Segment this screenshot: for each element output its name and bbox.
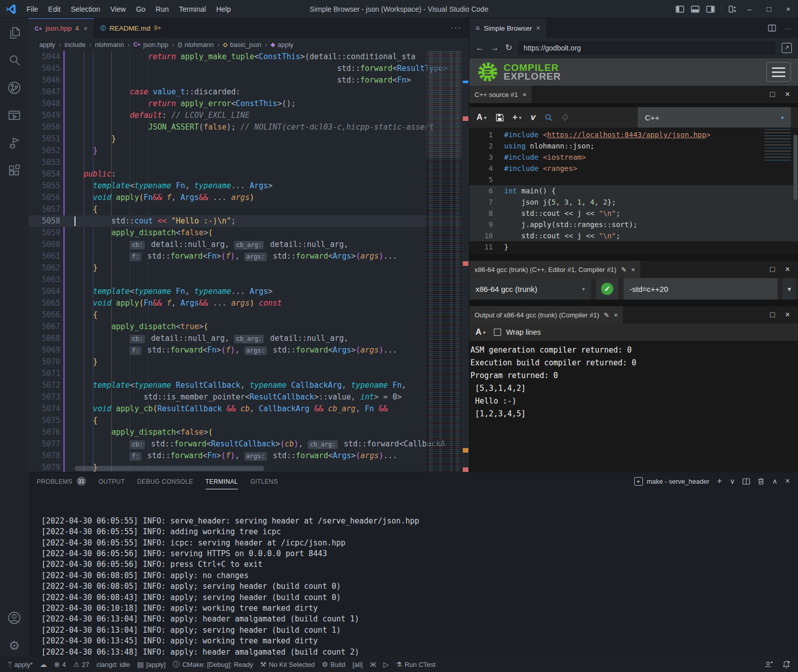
close-pane-icon[interactable]: ×: [785, 90, 790, 99]
save-icon[interactable]: [496, 114, 504, 121]
close-tab-icon[interactable]: ×: [536, 24, 540, 32]
kill-terminal-icon[interactable]: [758, 478, 764, 485]
more-actions-icon[interactable]: ···: [784, 24, 791, 32]
tab-json-hpp[interactable]: C+ json.hpp 4 ×: [29, 18, 94, 38]
breadcrumb[interactable]: apply›include›nlohmann›C+json.hpp›{}nloh…: [29, 38, 469, 51]
code-editor[interactable]: 5044 return apply_make_tuple<ConstThis>(…: [29, 51, 469, 472]
tab-problems[interactable]: PROBLEMS31: [37, 472, 86, 490]
reload-icon[interactable]: ↻: [505, 42, 512, 53]
breadcrumb-item-nlohmann[interactable]: nlohmann: [93, 41, 126, 48]
compiler-flags-input[interactable]: -std=c++20: [624, 278, 778, 300]
extensions-icon[interactable]: [7, 163, 21, 178]
terminal-dropdown-icon[interactable]: ∨: [730, 477, 735, 485]
run-debug-icon[interactable]: [7, 136, 21, 150]
maximize-pane-icon[interactable]: □: [770, 265, 775, 274]
font-size-button[interactable]: A▾: [477, 113, 487, 122]
account-icon[interactable]: [7, 611, 21, 625]
font-size-button[interactable]: A▾: [476, 328, 486, 337]
compiler-explorer-logo[interactable]: COMPILER EXPLORER: [477, 61, 561, 83]
edit-title-icon[interactable]: ✎: [604, 311, 609, 319]
source-control-icon[interactable]: [7, 81, 21, 95]
tab-output[interactable]: OUTPUT: [98, 472, 125, 490]
breadcrumb-item-apply[interactable]: apply: [38, 41, 57, 48]
toggle-panel-icon[interactable]: [687, 0, 703, 18]
menu-view[interactable]: View: [106, 3, 130, 15]
maximize-pane-icon[interactable]: □: [770, 310, 775, 319]
flags-dropdown-icon[interactable]: ▾: [783, 278, 796, 300]
run-ctest-button[interactable]: ⚗Run CTest: [392, 657, 439, 672]
open-external-icon[interactable]: ↗: [782, 43, 792, 53]
build-button[interactable]: ⚙Build: [318, 657, 349, 672]
page-scrollbar[interactable]: [793, 135, 797, 200]
editor-more-actions[interactable]: ···: [451, 18, 469, 38]
tab-gitlens[interactable]: GITLENS: [250, 472, 278, 490]
tab-debug-console[interactable]: DEBUG CONSOLE: [137, 472, 193, 490]
wrap-lines-checkbox[interactable]: Wrap lines: [494, 328, 541, 337]
minimize-button[interactable]: –: [740, 0, 759, 18]
menu-go[interactable]: Go: [131, 3, 150, 15]
maximize-button[interactable]: □: [759, 0, 779, 18]
menu-file[interactable]: File: [22, 3, 43, 15]
minimap-slider[interactable]: [426, 51, 462, 158]
maximize-pane-icon[interactable]: □: [770, 90, 775, 99]
terminal-process-select[interactable]: ▸ make - serve_header: [634, 477, 709, 486]
maximize-panel-icon[interactable]: ∧: [772, 477, 777, 485]
publish-changes-button[interactable]: ☁: [36, 657, 51, 672]
menu-run[interactable]: Run: [151, 3, 173, 15]
split-terminal-icon[interactable]: [742, 478, 750, 485]
breadcrumb-item-nlohmann[interactable]: {}nlohmann: [176, 41, 215, 48]
new-terminal-icon[interactable]: +: [717, 476, 722, 486]
menu-help[interactable]: Help: [212, 3, 236, 15]
breadcrumb-item-apply[interactable]: ◆apply: [269, 41, 295, 48]
edit-title-icon[interactable]: ✎: [621, 266, 627, 273]
project-indicator[interactable]: ▤[apply]: [134, 657, 169, 672]
forward-icon[interactable]: →: [490, 43, 499, 53]
git-branch-indicator[interactable]: ᛘapply*: [4, 657, 36, 672]
url-input[interactable]: https://godbolt.org: [518, 41, 776, 55]
test-explorer-icon[interactable]: [7, 108, 21, 122]
close-tab-icon[interactable]: ×: [83, 24, 87, 33]
menu-terminal[interactable]: Terminal: [174, 3, 211, 15]
menu-edit[interactable]: Edit: [44, 3, 65, 15]
launch-button[interactable]: ▷: [380, 657, 392, 672]
add-pane-button[interactable]: +▾: [513, 113, 521, 122]
output-tab[interactable]: Output of x86-64 gcc (trunk) (Compiler #…: [469, 306, 623, 323]
toggle-sidebar-icon[interactable]: [672, 0, 687, 18]
settings-gear-icon[interactable]: ⚙: [7, 638, 21, 653]
tab-simple-browser[interactable]: ≡ Simple Browser ×: [469, 18, 547, 38]
feedback-icon[interactable]: [761, 660, 777, 669]
tab-terminal[interactable]: TERMINAL: [206, 472, 238, 490]
pin-icon[interactable]: [562, 113, 569, 121]
notifications-bell-icon[interactable]: [779, 660, 794, 669]
cmake-status[interactable]: ⓘCMake: [Debug]: Ready: [169, 657, 257, 672]
close-window-button[interactable]: ×: [779, 0, 798, 18]
editor-horizontal-scrollbar[interactable]: [74, 466, 264, 471]
back-icon[interactable]: ←: [476, 43, 484, 53]
close-icon[interactable]: ×: [522, 91, 527, 98]
clangd-status[interactable]: clangd: idle: [93, 657, 134, 672]
source-code-editor[interactable]: 1#include <https://localhost:8443/apply/…: [469, 128, 798, 254]
editor-vertical-scrollbar[interactable]: [462, 51, 469, 472]
menu-selection[interactable]: Selection: [66, 3, 105, 15]
explorer-icon[interactable]: [7, 26, 21, 40]
close-icon[interactable]: ×: [614, 311, 618, 319]
errors-indicator[interactable]: ⊗4: [51, 657, 70, 672]
search-code-icon[interactable]: [544, 113, 553, 121]
source-tab[interactable]: C++ source #1 ×: [469, 86, 532, 103]
warnings-indicator[interactable]: ⚠27: [69, 657, 93, 672]
kit-selection[interactable]: ⚒No Kit Selected: [257, 657, 318, 672]
vim-toggle-icon[interactable]: v: [531, 112, 535, 122]
close-pane-icon[interactable]: ×: [785, 265, 790, 274]
toggle-secondary-sidebar-icon[interactable]: [703, 0, 718, 18]
close-pane-icon[interactable]: ×: [785, 310, 790, 319]
compiler-tab[interactable]: x86-64 gcc (trunk) (C++, Editor #1, Comp…: [469, 261, 640, 278]
debug-button[interactable]: Ж: [366, 657, 380, 672]
tab-readme-md[interactable]: ⓘ README.md 9+: [94, 18, 168, 38]
breadcrumb-item-include[interactable]: include: [63, 41, 87, 48]
breadcrumb-item-basic_json[interactable]: ◇basic_json: [221, 41, 263, 48]
close-icon[interactable]: ×: [631, 266, 635, 273]
customize-layout-icon[interactable]: [725, 0, 740, 18]
hamburger-menu-icon[interactable]: [766, 62, 791, 82]
split-editor-icon[interactable]: [768, 24, 776, 32]
compiler-select[interactable]: x86-64 gcc (trunk) ▾: [469, 278, 591, 300]
